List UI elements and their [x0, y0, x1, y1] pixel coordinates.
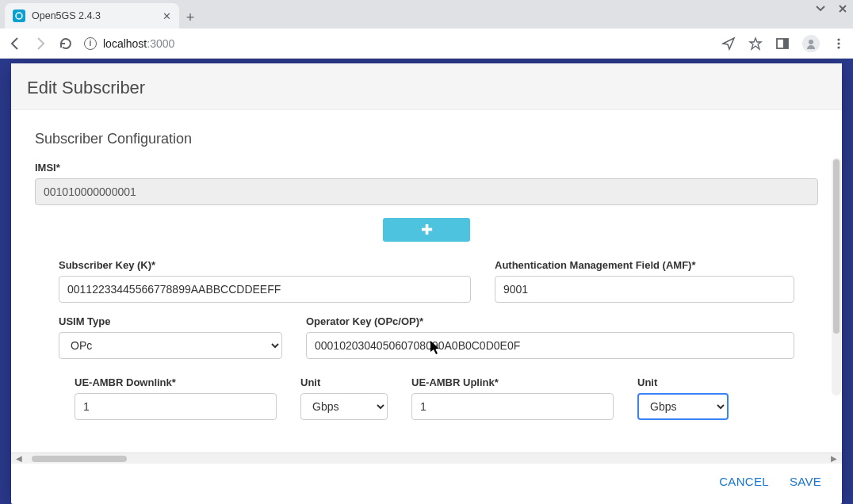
profile-avatar-icon[interactable] — [802, 35, 820, 52]
url-port: :3000 — [147, 37, 174, 50]
modal-body: Subscriber Configuration IMSI* ✚ Subscri… — [11, 110, 842, 452]
usim-type-select[interactable]: OPc — [59, 332, 282, 359]
downlink-unit-label: Unit — [300, 376, 388, 388]
imsi-field — [35, 178, 818, 205]
svg-point-4 — [837, 38, 840, 40]
svg-point-6 — [837, 46, 840, 48]
tab-close-icon[interactable]: ✕ — [163, 10, 171, 22]
imsi-label: IMSI* — [35, 162, 818, 174]
tab-title: Open5GS 2.4.3 — [32, 10, 156, 21]
uplink-unit-label: Unit — [637, 376, 729, 388]
star-icon[interactable] — [748, 36, 763, 51]
edit-subscriber-modal: Edit Subscriber Subscriber Configuration… — [11, 63, 842, 504]
svg-rect-2 — [783, 39, 788, 48]
url-bar[interactable]: i localhost:3000 — [84, 37, 710, 50]
back-icon[interactable] — [8, 36, 22, 51]
usim-type-label: USIM Type — [59, 315, 282, 327]
ambr-uplink-label: UE-AMBR Uplink* — [411, 376, 614, 388]
add-button[interactable]: ✚ — [383, 218, 470, 242]
operator-key-field[interactable] — [306, 332, 794, 359]
site-info-icon[interactable]: i — [84, 37, 97, 50]
browser-tab[interactable]: Open5GS 2.4.3 ✕ — [5, 3, 179, 29]
save-button[interactable]: SAVE — [790, 475, 821, 488]
svg-point-0 — [16, 13, 22, 19]
vertical-scrollbar[interactable] — [832, 158, 841, 395]
url-host: localhost — [103, 37, 147, 50]
send-icon[interactable] — [721, 36, 736, 51]
modal-title: Edit Subscriber — [27, 78, 826, 98]
amf-field[interactable] — [495, 276, 794, 303]
horizontal-scrollbar[interactable]: ◀ ▶ — [11, 452, 842, 464]
downlink-unit-select[interactable]: Gbps — [300, 393, 388, 420]
modal-header: Edit Subscriber — [11, 63, 842, 110]
ambr-uplink-field[interactable] — [411, 393, 614, 420]
page-background: Edit Subscriber Subscriber Configuration… — [0, 59, 853, 504]
svg-point-5 — [837, 42, 840, 44]
section-title: Subscriber Configuration — [35, 131, 818, 147]
window-minimize-icon[interactable] — [815, 3, 826, 14]
uplink-unit-select[interactable]: Gbps — [637, 393, 729, 420]
ambr-downlink-label: UE-AMBR Downlink* — [75, 376, 277, 388]
panel-icon[interactable] — [775, 36, 790, 51]
favicon-icon — [13, 10, 25, 22]
subscriber-key-label: Subscriber Key (K)* — [59, 259, 471, 271]
kebab-menu-icon[interactable] — [832, 37, 845, 50]
window-close-icon[interactable] — [837, 3, 848, 14]
browser-tabstrip: Open5GS 2.4.3 ✕ + — [0, 0, 853, 29]
operator-key-label: Operator Key (OPc/OP)* — [306, 315, 794, 327]
forward-icon[interactable] — [33, 36, 48, 51]
modal-footer: CANCEL SAVE — [11, 464, 842, 504]
reload-icon[interactable] — [59, 36, 73, 51]
cancel-button[interactable]: CANCEL — [719, 475, 769, 488]
ambr-downlink-field[interactable] — [75, 393, 277, 420]
subscriber-key-field[interactable] — [59, 276, 471, 303]
amf-label: Authentication Management Field (AMF)* — [495, 259, 794, 271]
new-tab-button[interactable]: + — [179, 6, 201, 29]
browser-toolbar: i localhost:3000 — [0, 29, 853, 59]
plus-icon: ✚ — [421, 221, 433, 239]
svg-point-3 — [809, 40, 813, 44]
